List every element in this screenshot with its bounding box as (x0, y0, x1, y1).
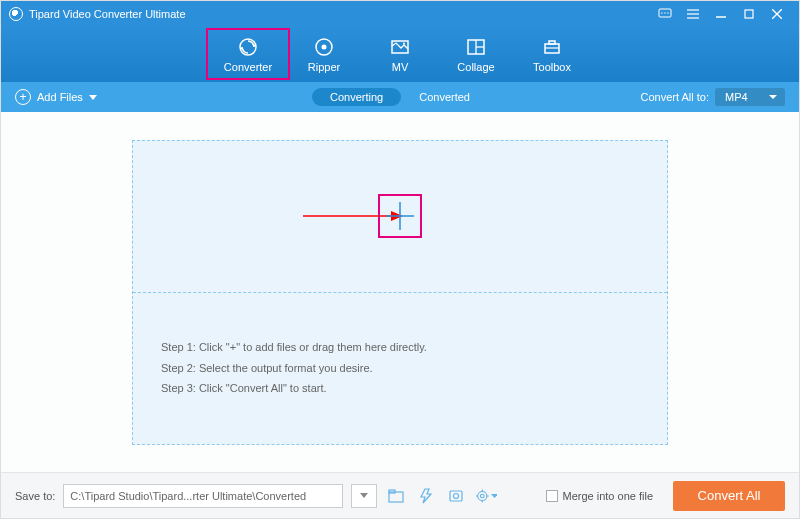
subbar: + Add Files Converting Converted Convert… (1, 82, 799, 112)
open-folder-button[interactable] (385, 485, 407, 507)
svg-point-35 (478, 491, 487, 500)
maximize-button[interactable] (735, 1, 763, 26)
nav-toolbox[interactable]: Toolbox (514, 32, 590, 76)
save-path-value: C:\Tipard Studio\Tipard...rter Ultimate\… (70, 490, 306, 502)
svg-point-2 (664, 12, 665, 13)
nav-collage[interactable]: Collage (438, 32, 514, 76)
chevron-down-icon (89, 95, 97, 100)
svg-marker-32 (421, 489, 431, 503)
app-logo-icon (9, 7, 23, 21)
instructions: Step 1: Click "+" to add files or drag t… (133, 321, 667, 416)
plus-icon (383, 199, 417, 233)
svg-point-15 (322, 44, 327, 49)
chevron-down-icon (491, 494, 497, 498)
tab-converting[interactable]: Converting (312, 88, 401, 106)
svg-point-36 (481, 494, 485, 498)
plus-circle-icon: + (15, 89, 31, 105)
gpu-accel-button[interactable] (445, 485, 467, 507)
nav-toolbox-label: Toolbox (533, 61, 571, 73)
app-title: Tipard Video Converter Ultimate (29, 8, 651, 20)
merge-checkbox[interactable]: Merge into one file (546, 490, 654, 502)
minimize-button[interactable] (707, 1, 735, 26)
nav-converter[interactable]: Converter (210, 32, 286, 76)
add-file-big-button[interactable] (378, 194, 422, 238)
add-files-label: Add Files (37, 91, 83, 103)
bottom-bar: Save to: C:\Tipard Studio\Tipard...rter … (1, 472, 799, 518)
svg-point-1 (661, 12, 662, 13)
step-3: Step 3: Click "Convert All" to start. (161, 378, 639, 399)
nav-ripper[interactable]: Ripper (286, 32, 362, 76)
save-to-label: Save to: (15, 490, 55, 502)
step-2: Step 2: Select the output format you des… (161, 358, 639, 379)
step-1: Step 1: Click "+" to add files or drag t… (161, 337, 639, 358)
dropzone-upper[interactable] (133, 141, 667, 292)
convert-all-to-label: Convert All to: (641, 91, 709, 103)
convert-all-button[interactable]: Convert All (673, 481, 785, 511)
main-nav: Converter Ripper MV Collage Toolbox (1, 26, 799, 82)
main-area: Step 1: Click "+" to add files or drag t… (1, 112, 799, 472)
nav-collage-label: Collage (457, 61, 494, 73)
svg-rect-22 (549, 41, 555, 44)
tab-converted[interactable]: Converted (401, 88, 488, 106)
svg-marker-24 (89, 95, 97, 100)
output-format-value: MP4 (725, 91, 748, 103)
svg-rect-8 (745, 10, 753, 18)
converter-icon (237, 36, 259, 58)
svg-point-3 (667, 12, 668, 13)
menu-icon[interactable] (679, 1, 707, 26)
close-button[interactable] (763, 1, 791, 26)
nav-ripper-label: Ripper (308, 61, 340, 73)
svg-marker-29 (360, 493, 368, 498)
collage-icon (465, 36, 487, 58)
chevron-down-icon (360, 493, 368, 498)
save-path-input[interactable]: C:\Tipard Studio\Tipard...rter Ultimate\… (63, 484, 343, 508)
settings-button[interactable] (475, 485, 497, 507)
high-speed-button[interactable] (415, 485, 437, 507)
status-tabs: Converting Converted (312, 88, 488, 106)
titlebar: Tipard Video Converter Ultimate (1, 1, 799, 26)
svg-point-34 (454, 493, 459, 498)
nav-mv[interactable]: MV (362, 32, 438, 76)
output-format-select[interactable]: MP4 (715, 88, 785, 106)
ripper-icon (313, 36, 335, 58)
svg-rect-33 (450, 491, 462, 501)
mv-icon (389, 36, 411, 58)
path-dropdown-button[interactable] (351, 484, 377, 508)
dropzone-lower: Step 1: Click "+" to add files or drag t… (133, 293, 667, 444)
feedback-icon[interactable] (651, 1, 679, 26)
svg-marker-41 (491, 494, 497, 498)
toolbox-icon (541, 36, 563, 58)
add-files-button[interactable]: + Add Files (15, 89, 97, 105)
nav-mv-label: MV (392, 61, 409, 73)
checkbox-icon (546, 490, 558, 502)
dropzone[interactable]: Step 1: Click "+" to add files or drag t… (132, 140, 668, 445)
merge-label: Merge into one file (563, 490, 654, 502)
svg-point-17 (403, 42, 405, 44)
nav-converter-label: Converter (224, 61, 272, 73)
